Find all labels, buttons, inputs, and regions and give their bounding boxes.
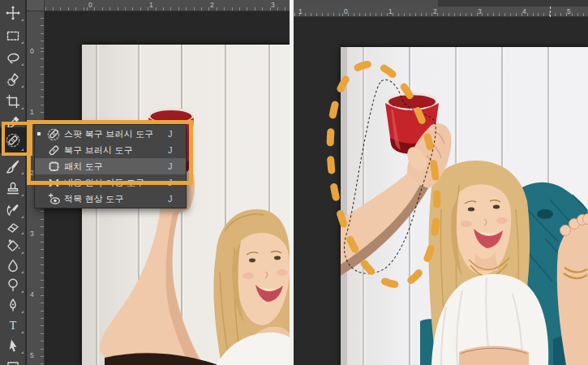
ruler-label: 1 xyxy=(388,7,393,15)
ruler-ticks xyxy=(27,7,290,11)
shape-tool-button[interactable] xyxy=(0,355,26,365)
dodge-tool-button[interactable] xyxy=(0,274,26,295)
marquee-tool-button[interactable] xyxy=(0,25,26,46)
left-horizontal-ruler[interactable]: 0 1 2 3 xyxy=(27,0,290,11)
menu-item-label: 적목 현상 도구 xyxy=(64,193,168,205)
woman-left xyxy=(213,209,290,365)
pen-tool-button[interactable] xyxy=(0,294,26,316)
ruler-label: 1 xyxy=(30,108,34,116)
selection-arrow-icon xyxy=(6,338,20,353)
photo-right[interactable] xyxy=(341,47,588,365)
brush-icon xyxy=(6,159,20,174)
red-eye-icon xyxy=(43,192,64,206)
crop-tool-button[interactable] xyxy=(0,91,26,112)
document-tab-strip xyxy=(294,0,588,6)
ruler-label: 5 xyxy=(30,351,34,359)
right-canvas-pasteboard xyxy=(294,17,588,365)
path-selection-tool-button[interactable] xyxy=(0,335,26,356)
ruler-label: 4 xyxy=(30,290,34,298)
blur-drop-icon xyxy=(6,258,20,273)
ruler-label: 3 xyxy=(271,1,275,9)
menu-item-red-eye[interactable]: 적목 현상 도구 J xyxy=(35,191,186,207)
orange-callout-menu xyxy=(27,120,193,185)
lasso-tool-button[interactable] xyxy=(0,47,26,68)
type-icon: T xyxy=(6,318,20,333)
tools-panel: T xyxy=(0,0,26,365)
screenshot-divider xyxy=(290,0,294,365)
quick-selection-tool-button[interactable] xyxy=(0,69,26,90)
ruler-label: 5 xyxy=(567,7,571,15)
svg-text:T: T xyxy=(10,320,17,332)
marquee-icon xyxy=(6,28,20,43)
dodge-icon xyxy=(6,277,20,292)
clone-stamp-icon xyxy=(6,181,20,195)
photoshop-window: T 0 1 2 3 0 1 2 3 4 5 xyxy=(0,0,588,365)
ruler-label: 4 xyxy=(522,7,526,15)
ruler-label: 1 xyxy=(149,1,153,9)
paint-bucket-tool-button[interactable] xyxy=(0,235,26,256)
ruler-label: 0 xyxy=(30,47,34,55)
ruler-label: 3 xyxy=(30,230,34,238)
ruler-position-marker xyxy=(550,6,551,17)
move-tool-button[interactable] xyxy=(0,2,26,24)
right-horizontal-ruler[interactable]: 1 0 1 2 3 4 5 xyxy=(294,6,588,17)
type-tool-button[interactable]: T xyxy=(0,315,26,336)
ruler-label: 0 xyxy=(344,7,348,15)
active-tab[interactable] xyxy=(294,0,438,6)
crop-icon xyxy=(6,94,20,109)
ruler-label: 0 xyxy=(88,1,92,9)
ruler-label: 1 xyxy=(298,7,303,15)
eraser-tool-button[interactable] xyxy=(0,216,26,237)
ruler-label: 3 xyxy=(478,7,482,15)
ruler-ticks xyxy=(294,13,588,16)
move-icon xyxy=(6,6,20,20)
quick-selection-icon xyxy=(6,72,20,87)
blur-tool-button[interactable] xyxy=(0,255,26,276)
menu-item-shortcut: J xyxy=(168,194,186,204)
clone-stamp-tool-button[interactable] xyxy=(0,178,26,199)
shape-rectangle-icon xyxy=(6,359,20,365)
pen-icon xyxy=(6,298,20,312)
eraser-icon xyxy=(6,219,20,234)
lasso-icon xyxy=(6,50,20,65)
ruler-label: 2 xyxy=(433,7,437,15)
ruler-corner xyxy=(27,0,45,11)
paint-bucket-icon xyxy=(6,238,20,253)
brush-tool-button[interactable] xyxy=(0,156,26,177)
ruler-label: 2 xyxy=(210,1,214,9)
